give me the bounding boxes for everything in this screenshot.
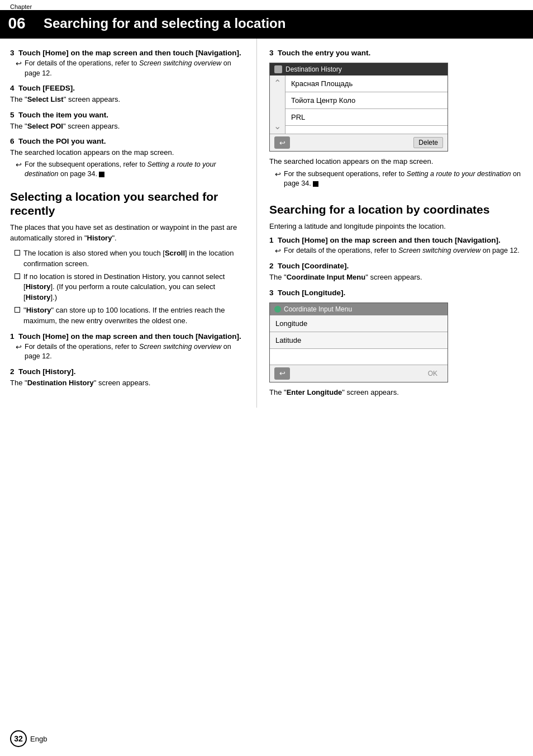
screen-titlebar-dest: Destination History: [270, 63, 448, 75]
step-3-top-header: 3 Touch [Home] on the map screen and the…: [10, 49, 246, 57]
coord-row-latitude[interactable]: Latitude: [270, 332, 448, 349]
step-2-bottom: 2 Touch [History]. The "Destination Hist…: [10, 367, 246, 389]
left-column: 3 Touch [Home] on the map screen and the…: [0, 39, 257, 408]
step-4: 4 Touch [FEEDS]. The "Select List" scree…: [10, 84, 246, 105]
step-4-header: 4 Touch [FEEDS].: [10, 84, 246, 92]
step-1-right-s2: 1 Touch [Home] on the map screen and the…: [269, 236, 523, 256]
step-6-header: 6 Touch the POI you want.: [10, 137, 246, 145]
bullet-icon-3: [15, 307, 20, 313]
page-footer: 32 Engb: [10, 730, 47, 747]
step-5: 5 Touch the item you want. The "Select P…: [10, 111, 246, 132]
bullet-icon-2: [15, 273, 20, 279]
nav-down-icon: ⌄: [274, 121, 281, 131]
after-screen-note: ↩ For the subsequent operations, refer t…: [275, 169, 523, 189]
coord-titlebar: Coordinate Input Menu: [270, 303, 448, 315]
language-label: Engb: [30, 735, 47, 743]
step-5-body: The "Select POI" screen appears.: [10, 121, 246, 132]
coord-ok-button[interactable]: OK: [422, 368, 443, 379]
step-2-right-s2: 2 Touch [Coordinate]. The "Coordinate In…: [269, 262, 523, 283]
step-3-right: 3 Touch the entry you want.: [269, 49, 523, 57]
bullet-icon-1: [15, 250, 20, 256]
after-screen-text: The searched location appears on the map…: [269, 156, 523, 167]
page-title: Searching for and selecting a location: [34, 10, 533, 37]
chapter-number: 06: [0, 10, 34, 37]
step-1-bottom: 1 Touch [Home] on the map screen and the…: [10, 332, 246, 362]
page-header: 06 Searching for and selecting a locatio…: [0, 0, 533, 39]
coord-footer: ↩ OK: [270, 365, 448, 382]
section-heading-selecting: Selecting a location you searched for re…: [10, 190, 246, 218]
coordinate-screen: Coordinate Input Menu Longitude Latitude…: [269, 303, 448, 382]
coord-content-row: Longitude Latitude: [270, 315, 448, 365]
nav-up-icon: ⌃: [274, 78, 281, 88]
section2-intro: Entering a latitude and longitude pinpoi…: [269, 221, 523, 232]
bullet-item-2: If no location is stored in Destination …: [15, 272, 246, 304]
coord-after-text: The "Enter Longitude" screen appears.: [269, 387, 523, 398]
screen-footer-dest: ↩ Delete: [270, 134, 448, 151]
right-column: 3 Touch the entry you want. Destination …: [257, 39, 533, 408]
screen-row-1[interactable]: Красная Площадь: [285, 75, 448, 92]
destination-history-screen: Destination History ⌃ ⌄ Красная Площадь …: [269, 63, 448, 152]
bullet-item-1: The location is also stored when you tou…: [15, 248, 246, 270]
content-area: 3 Touch [Home] on the map screen and the…: [0, 39, 533, 408]
chapter-label: Chapter: [10, 3, 32, 10]
coord-title-text: Coordinate Input Menu: [284, 305, 352, 313]
step-6: 6 Touch the POI you want. The searched l…: [10, 137, 246, 179]
screen-spacer: [285, 126, 448, 134]
selecting-intro: The places that you have set as destinat…: [10, 222, 246, 244]
step-2-bottom-header: 2 Touch [History].: [10, 367, 246, 376]
screen-rows: Красная Площадь Тойота Центр Коло PRL: [285, 75, 448, 134]
step-1-bottom-header: 1 Touch [Home] on the map screen and the…: [10, 332, 246, 341]
screen-title-icon: [274, 65, 282, 73]
page-number: 32: [10, 730, 27, 747]
step-3-right-header: 3 Touch the entry you want.: [269, 49, 523, 57]
screen-content-row: ⌃ ⌄ Красная Площадь Тойота Центр Коло PR…: [270, 75, 448, 134]
step-1-right-s2-header: 1 Touch [Home] on the map screen and the…: [269, 236, 523, 244]
step-2-bottom-body: The "Destination History" screen appears…: [10, 377, 246, 389]
step-4-body: The "Select List" screen appears.: [10, 94, 246, 105]
coord-rows: Longitude Latitude: [270, 315, 448, 365]
coord-icon: [274, 306, 281, 313]
coord-spacer: [270, 349, 448, 365]
screen-back-button[interactable]: ↩: [274, 136, 290, 149]
step-3-top-note: ↩ For details of the operations, refer t…: [16, 59, 246, 78]
screen-delete-button[interactable]: Delete: [413, 137, 443, 148]
step-1-bottom-note: ↩ For details of the operations, refer t…: [16, 342, 246, 362]
step-5-header: 5 Touch the item you want.: [10, 111, 246, 119]
step-3-top: 3 Touch [Home] on the map screen and the…: [10, 49, 246, 78]
coord-back-button[interactable]: ↩: [274, 367, 290, 380]
bullet-list: The location is also stored when you tou…: [15, 248, 246, 327]
screen-row-3[interactable]: PRL: [285, 109, 448, 126]
step-3-right-s2-header: 3 Touch [Longitude].: [269, 289, 523, 297]
screen-row-2[interactable]: Тойота Центр Коло: [285, 92, 448, 109]
nav-arrows: ⌃ ⌄: [270, 75, 285, 134]
step-6-note: ↩ For the subsequent operations, refer t…: [16, 160, 246, 179]
step-1-right-s2-note: ↩ For details of the operations, refer t…: [275, 246, 523, 256]
step-2-right-s2-header: 2 Touch [Coordinate].: [269, 262, 523, 270]
bullet-item-3: "History" can store up to 100 locations.…: [15, 305, 246, 327]
step-6-body: The searched location appears on the map…: [10, 147, 246, 158]
section2-heading: Searching for a location by coordinates: [269, 202, 523, 216]
coord-row-longitude[interactable]: Longitude: [270, 315, 448, 332]
step-2-right-s2-body: The "Coordinate Input Menu" screen appea…: [269, 272, 523, 283]
screen-title-text: Destination History: [285, 65, 342, 73]
step-3-right-s2: 3 Touch [Longitude].: [269, 289, 523, 297]
